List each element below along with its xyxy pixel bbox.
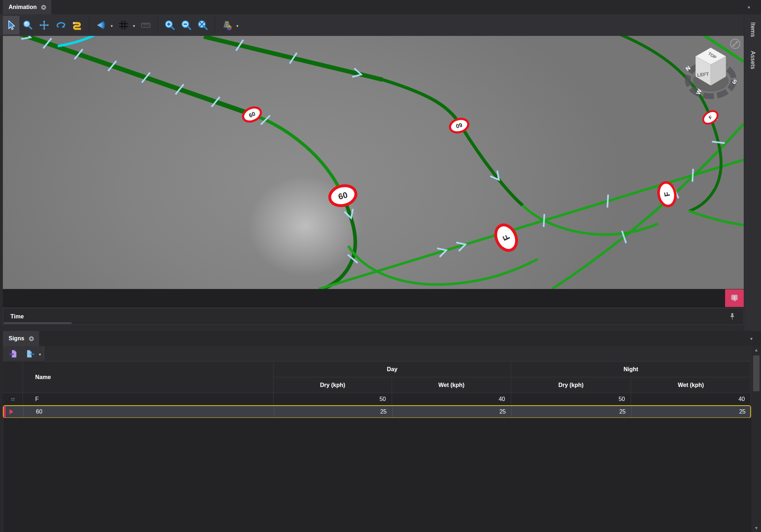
tab-signs-label: Signs [9, 335, 24, 342]
road-display-mode-button[interactable]: ▾ [219, 16, 235, 34]
toolbar-separator [89, 17, 89, 34]
roads-layer [14, 36, 744, 289]
tab-signs[interactable]: Signs [3, 331, 39, 346]
navigation-cube[interactable]: N W S TOP LEFT [685, 39, 740, 96]
speed-value-cell[interactable]: 25 [274, 406, 393, 417]
viewport-scene: 606060FFF N W S TOP LEFT [3, 36, 744, 289]
time-panel-header[interactable]: Time [3, 308, 744, 325]
day-wet-header[interactable]: Wet (kph) [392, 377, 511, 393]
signs-toolbar: ▾ [3, 346, 752, 361]
import-file-icon [8, 349, 18, 359]
zoom-out-button[interactable] [178, 16, 195, 34]
ruler-icon [140, 19, 151, 31]
timeline-strip [3, 289, 744, 307]
signs-panel: Signs ▾ ▾ Name Day Night Dry (kph) Wet (… [0, 331, 761, 532]
measure-tape-tool[interactable] [69, 16, 85, 34]
sign-name-cell[interactable]: 60 [24, 406, 274, 417]
zoomfit-icon [197, 19, 209, 31]
selected-row-accent-bar [4, 406, 6, 417]
toolbar-separator [215, 17, 215, 34]
speed-sign-60[interactable]: 60 [448, 117, 470, 135]
close-icon[interactable] [40, 4, 47, 11]
zoom-in-button[interactable] [162, 16, 178, 34]
orbit-tool[interactable] [52, 16, 69, 34]
measure-icon [71, 19, 83, 31]
signs-table-header: Name Day Night Dry (kph) Wet (kph) Dry (… [3, 361, 751, 393]
viewcone-icon [95, 19, 107, 31]
scroll-up-arrow-icon[interactable]: ▲ [752, 346, 761, 354]
document-tab-bar: Animation ▾ [0, 0, 761, 14]
select-tool[interactable] [3, 16, 19, 34]
night-dry-header[interactable]: Dry (kph) [511, 377, 631, 393]
pan-tool[interactable] [36, 16, 52, 34]
chevron-down-icon[interactable]: ▾ [39, 352, 41, 357]
info-bubble-icon [729, 293, 740, 304]
speed-value-cell[interactable]: 50 [274, 393, 392, 405]
day-group-header[interactable]: Day [274, 361, 511, 377]
sidebar-tab-items[interactable]: Items [750, 22, 756, 37]
export-signs-button[interactable]: ▾ [23, 348, 37, 359]
table-row[interactable]: 6025252525 [3, 405, 751, 418]
zoomout-icon [181, 19, 192, 31]
select-icon [5, 19, 17, 31]
speed-value-cell[interactable]: 40 [392, 393, 511, 405]
speed-value-cell[interactable]: 25 [393, 406, 512, 417]
row-handle-cell[interactable] [3, 393, 23, 405]
chevron-down-icon[interactable]: ▾ [133, 24, 135, 28]
zoom-icon [22, 19, 33, 31]
chevron-down-icon[interactable]: ▾ [236, 24, 238, 28]
drag-handle-icon[interactable] [9, 395, 17, 403]
viewport-3d-canvas[interactable]: 606060FFF N W S TOP LEFT [3, 36, 744, 289]
signs-table-body: F504050406025252525 [3, 393, 751, 418]
toolbar-separator [158, 17, 158, 34]
right-sidebar: Items Assets [744, 14, 761, 331]
speed-sign-F[interactable]: F [701, 108, 720, 126]
tab-animation[interactable]: Animation [3, 0, 51, 14]
sidebar-tab-assets[interactable]: Assets [750, 51, 756, 69]
signs-tab-bar: Signs ▾ [0, 331, 761, 346]
application-window: Animation ▾ ▾▾▾ Items Assets 606060FFF [0, 0, 761, 532]
night-group-header[interactable]: Night [511, 361, 751, 377]
signs-table: Name Day Night Dry (kph) Wet (kph) Dry (… [3, 361, 751, 418]
time-panel-title: Time [10, 313, 24, 320]
zoom-tool[interactable] [19, 16, 36, 34]
speed-sign-F[interactable]: F [492, 221, 520, 254]
speed-value-cell[interactable]: 25 [632, 406, 752, 417]
day-dry-header[interactable]: Dry (kph) [274, 377, 392, 393]
speed-value-cell[interactable]: 50 [511, 393, 631, 405]
panel-menu-chevron-down-icon[interactable]: ▾ [748, 5, 750, 10]
vertical-scrollbar-thumb[interactable] [753, 355, 760, 391]
speed-sign-F[interactable]: F [657, 181, 677, 207]
plan-view-icon[interactable] [730, 39, 740, 48]
grid-icon [118, 19, 129, 31]
vertical-scrollbar[interactable]: ▲ ▼ [752, 346, 761, 532]
export-file-icon [25, 349, 35, 359]
zoom-extents-button[interactable] [195, 16, 211, 34]
roadcolors-icon [221, 19, 233, 31]
speed-value-cell[interactable]: 40 [631, 393, 751, 405]
pan-icon [38, 19, 50, 31]
chevron-down-icon[interactable]: ▾ [111, 24, 113, 28]
row-handle-cell[interactable] [4, 406, 24, 417]
info-tooltip-button[interactable] [725, 289, 744, 307]
handle-column-header [3, 361, 23, 393]
speed-sign-60[interactable]: 60 [241, 105, 263, 125]
import-signs-button[interactable] [6, 348, 20, 359]
viewport-toolbar: ▾▾▾ [0, 14, 761, 36]
orbit-icon [55, 19, 66, 31]
grid-toggle[interactable]: ▾ [115, 16, 132, 34]
ruler-tool[interactable] [137, 16, 154, 34]
pin-icon[interactable] [728, 312, 737, 321]
speed-value-cell[interactable]: 25 [512, 406, 632, 417]
tab-animation-label: Animation [9, 4, 37, 10]
view-direction-tool[interactable]: ▾ [93, 16, 109, 34]
signs-panel-menu-chevron-down-icon[interactable]: ▾ [750, 336, 753, 341]
night-wet-header[interactable]: Wet (kph) [631, 377, 751, 393]
zoomin-icon [164, 19, 176, 31]
sign-name-cell[interactable]: F [23, 393, 274, 405]
close-icon[interactable] [28, 335, 35, 342]
table-row[interactable]: F50405040 [3, 393, 751, 405]
horizontal-scrollbar-thumb[interactable] [4, 322, 72, 324]
name-column-header[interactable]: Name [23, 361, 274, 393]
scroll-down-arrow-icon[interactable]: ▼ [752, 524, 761, 532]
